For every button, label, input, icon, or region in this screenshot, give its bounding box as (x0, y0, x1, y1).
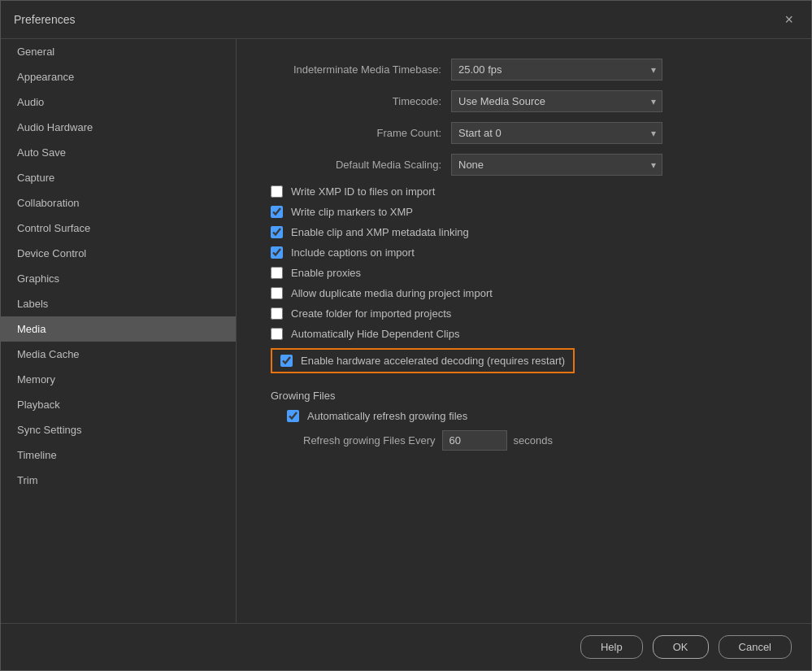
dropdown-label-3: Default Media Scaling: (263, 159, 441, 171)
growing-files-inner: Automatically refresh growing files Refr… (263, 410, 785, 451)
checkbox-row-1: Write clip markers to XMP (263, 206, 785, 218)
sidebar-item-control-surface[interactable]: Control Surface (1, 216, 236, 241)
dropdown-row-1: Timecode:Use Media SourceGenerate timeco… (263, 90, 785, 112)
checkbox-label-3[interactable]: Include captions on import (291, 246, 415, 259)
select-1[interactable]: Use Media SourceGenerate timecodesStart … (451, 90, 662, 112)
dropdown-label-0: Indeterminate Media Timebase: (263, 63, 441, 76)
sidebar-item-labels[interactable]: Labels (1, 291, 236, 316)
dialog-title: Preferences (14, 13, 75, 26)
dialog-body: GeneralAppearanceAudioAudio HardwareAuto… (1, 39, 811, 623)
dropdown-row-0: Indeterminate Media Timebase:23.976 fps2… (263, 59, 785, 81)
sidebar: GeneralAppearanceAudioAudio HardwareAuto… (1, 39, 237, 623)
checkbox-4[interactable] (271, 267, 283, 279)
select-3[interactable]: NoneSet to frame sizeScale to frame size (451, 154, 662, 176)
auto-refresh-label[interactable]: Automatically refresh growing files (307, 410, 467, 422)
sidebar-item-collaboration[interactable]: Collaboration (1, 190, 236, 216)
checkbox-2[interactable] (271, 226, 283, 238)
preferences-dialog: Preferences × GeneralAppearanceAudioAudi… (0, 0, 812, 671)
checkbox-label-6[interactable]: Create folder for imported projects (291, 307, 451, 320)
checkbox-row-3: Include captions on import (263, 246, 785, 259)
sidebar-item-auto-save[interactable]: Auto Save (1, 140, 236, 165)
hw-accel-checkbox[interactable] (280, 355, 293, 367)
refresh-interval-row: Refresh growing Files Every seconds (279, 430, 785, 451)
checkbox-label-1[interactable]: Write clip markers to XMP (291, 206, 413, 218)
checkbox-1[interactable] (271, 206, 283, 218)
checkboxes-section: Write XMP ID to files on importWrite cli… (263, 185, 785, 340)
growing-files-header: Growing Files (263, 390, 785, 402)
dropdown-row-2: Frame Count:Start at 0Start at 1Timecode… (263, 122, 785, 144)
hw-accel-wrapper: Enable hardware accelerated decoding (re… (263, 348, 785, 381)
sidebar-item-sync-settings[interactable]: Sync Settings (1, 417, 236, 442)
checkbox-row-0: Write XMP ID to files on import (263, 185, 785, 198)
checkbox-row-6: Create folder for imported projects (263, 307, 785, 320)
hw-accel-row: Enable hardware accelerated decoding (re… (271, 348, 575, 373)
ok-button[interactable]: OK (653, 635, 709, 659)
sidebar-item-media[interactable]: Media (1, 316, 236, 342)
auto-refresh-checkbox[interactable] (287, 410, 299, 422)
refresh-interval-label: Refresh growing Files Every (303, 434, 436, 447)
sidebar-item-playback[interactable]: Playback (1, 392, 236, 417)
help-button[interactable]: Help (580, 635, 643, 659)
checkbox-row-5: Allow duplicate media during project imp… (263, 287, 785, 299)
dropdown-label-2: Frame Count: (263, 127, 441, 139)
select-wrapper-1: Use Media SourceGenerate timecodesStart … (451, 90, 662, 112)
dropdown-row-3: Default Media Scaling:NoneSet to frame s… (263, 154, 785, 176)
refresh-suffix: seconds (514, 434, 553, 447)
select-wrapper-3: NoneSet to frame sizeScale to frame size (451, 154, 662, 176)
title-bar: Preferences × (1, 1, 811, 39)
refresh-interval-input[interactable] (442, 430, 507, 451)
select-wrapper-2: Start at 0Start at 1Timecode Conversion (451, 122, 662, 144)
checkbox-label-7[interactable]: Automatically Hide Dependent Clips (291, 328, 459, 340)
growing-files-section: Growing Files Automatically refresh grow… (263, 390, 785, 451)
checkbox-6[interactable] (271, 307, 283, 320)
checkbox-label-5[interactable]: Allow duplicate media during project imp… (291, 287, 493, 299)
sidebar-item-general[interactable]: General (1, 39, 236, 64)
dialog-footer: Help OK Cancel (1, 623, 811, 670)
checkbox-label-4[interactable]: Enable proxies (291, 267, 361, 279)
checkbox-label-0[interactable]: Write XMP ID to files on import (291, 185, 435, 198)
checkbox-7[interactable] (271, 328, 283, 340)
sidebar-item-audio-hardware[interactable]: Audio Hardware (1, 115, 236, 140)
sidebar-item-timeline[interactable]: Timeline (1, 442, 236, 468)
select-wrapper-0: 23.976 fps24 fps25.00 fps29.97 fps30 fps… (451, 59, 662, 81)
hw-accel-label[interactable]: Enable hardware accelerated decoding (re… (301, 355, 565, 367)
checkbox-row-4: Enable proxies (263, 267, 785, 279)
select-0[interactable]: 23.976 fps24 fps25.00 fps29.97 fps30 fps… (451, 59, 662, 81)
select-2[interactable]: Start at 0Start at 1Timecode Conversion (451, 122, 662, 144)
sidebar-item-trim[interactable]: Trim (1, 468, 236, 493)
sidebar-item-appearance[interactable]: Appearance (1, 64, 236, 89)
checkbox-label-2[interactable]: Enable clip and XMP metadata linking (291, 226, 469, 238)
auto-refresh-row: Automatically refresh growing files (279, 410, 785, 422)
dropdowns-section: Indeterminate Media Timebase:23.976 fps2… (263, 59, 785, 176)
cancel-button[interactable]: Cancel (719, 635, 792, 659)
checkbox-3[interactable] (271, 246, 283, 259)
close-button[interactable]: × (779, 11, 798, 28)
dropdown-label-1: Timecode: (263, 95, 441, 107)
checkbox-5[interactable] (271, 287, 283, 299)
sidebar-item-capture[interactable]: Capture (1, 165, 236, 190)
checkbox-0[interactable] (271, 185, 283, 198)
checkbox-row-2: Enable clip and XMP metadata linking (263, 226, 785, 238)
sidebar-item-device-control[interactable]: Device Control (1, 241, 236, 266)
sidebar-item-audio[interactable]: Audio (1, 89, 236, 115)
sidebar-item-media-cache[interactable]: Media Cache (1, 342, 236, 367)
sidebar-item-memory[interactable]: Memory (1, 367, 236, 392)
sidebar-item-graphics[interactable]: Graphics (1, 266, 236, 291)
checkbox-row-7: Automatically Hide Dependent Clips (263, 328, 785, 340)
content-panel: Indeterminate Media Timebase:23.976 fps2… (237, 39, 811, 623)
